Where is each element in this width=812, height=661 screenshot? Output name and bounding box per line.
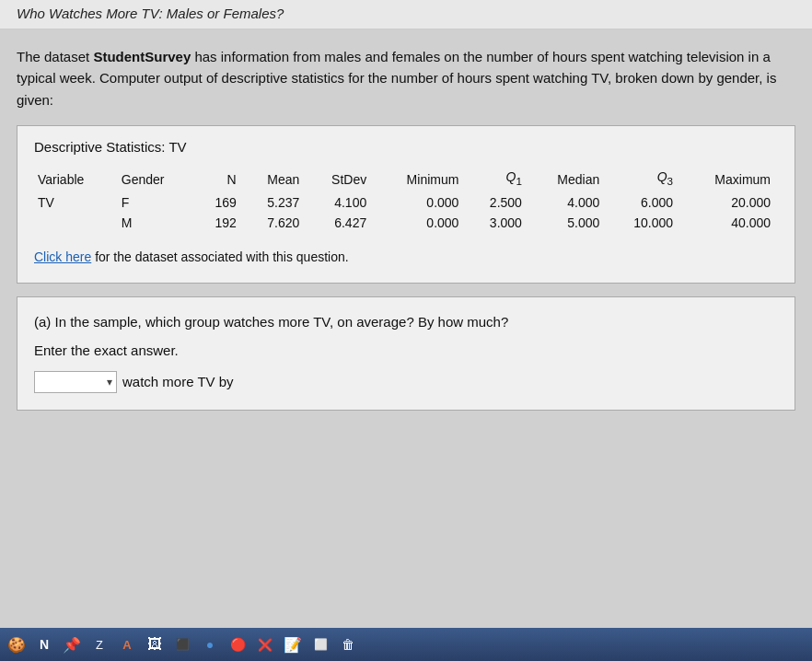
- stats-title: Descriptive Statistics: TV: [34, 139, 778, 155]
- cell-q3-2: 10.000: [607, 213, 680, 233]
- cell-maximum-1: 20.000: [680, 192, 778, 213]
- cell-gender-2: M: [118, 213, 196, 233]
- col-q3: Q3: [607, 168, 680, 192]
- gender-dropdown[interactable]: Males Females: [34, 371, 117, 393]
- col-n: N: [196, 168, 243, 192]
- taskbar-cookie-icon[interactable]: 🍪: [4, 632, 29, 657]
- table-header-row: Variable Gender N Mean StDev Minimum Q1 …: [34, 168, 778, 192]
- taskbar: 🍪 N 📌 Z A 🖼 ⬛ ● 🔴 ❌ 📝 ⬜ 🗑: [0, 628, 812, 661]
- stats-box: Descriptive Statistics: TV Variable Gend…: [17, 125, 795, 284]
- main-content: The dataset StudentSurvey has informatio…: [0, 29, 812, 411]
- taskbar-square1-icon[interactable]: ⬛: [169, 632, 195, 657]
- cell-n-2: 192: [196, 213, 243, 233]
- taskbar-pin-icon[interactable]: 📌: [59, 632, 85, 657]
- intro-bold: StudentSurvey: [93, 49, 191, 64]
- taskbar-square2-icon[interactable]: ⬜: [307, 632, 333, 657]
- cell-maximum-2: 40.000: [680, 213, 778, 233]
- cell-q1-1: 2.500: [466, 192, 529, 213]
- cell-minimum-2: 0.000: [374, 213, 466, 233]
- col-q1: Q1: [466, 168, 529, 192]
- page-title: Who Watches More TV: Males or Females?: [17, 6, 284, 21]
- question-box: (a) In the sample, which group watches m…: [17, 296, 795, 411]
- taskbar-browser-icon[interactable]: 🔴: [225, 632, 250, 657]
- taskbar-image-icon[interactable]: 🖼: [142, 632, 168, 657]
- col-median: Median: [529, 168, 607, 192]
- cell-mean-1: 5.237: [244, 192, 307, 213]
- page-container: Who Watches More TV: Males or Females? T…: [0, 0, 812, 661]
- intro-paragraph: The dataset StudentSurvey has informatio…: [17, 46, 795, 110]
- cell-stdev-2: 6.427: [307, 213, 374, 233]
- table-row: TV F 169 5.237 4.100 0.000 2.500 4.000 6…: [34, 192, 778, 213]
- taskbar-x-icon[interactable]: ❌: [252, 632, 278, 657]
- cell-variable-1: TV: [34, 192, 118, 213]
- cell-q3-1: 6.000: [607, 192, 680, 213]
- taskbar-circle-icon[interactable]: ●: [197, 632, 223, 657]
- table-row: M 192 7.620 6.427 0.000 3.000 5.000 10.0…: [34, 213, 778, 233]
- taskbar-a-icon[interactable]: A: [114, 632, 140, 657]
- taskbar-note-icon[interactable]: 📝: [280, 632, 306, 657]
- answer-row: Males Females watch more TV by: [34, 371, 778, 393]
- watch-more-text: watch more TV by: [122, 374, 234, 389]
- col-stdev: StDev: [307, 168, 374, 192]
- taskbar-z-icon[interactable]: Z: [87, 632, 112, 657]
- click-here-suffix: for the dataset associated with this que…: [91, 249, 348, 264]
- enter-instruction: Enter the exact answer.: [34, 342, 778, 358]
- click-here-section: Click here for the dataset associated wi…: [34, 249, 778, 264]
- cell-gender-1: F: [118, 192, 196, 213]
- cell-mean-2: 7.620: [244, 213, 307, 233]
- intro-text-before: The dataset: [17, 49, 93, 64]
- gender-select-wrapper: Males Females: [34, 371, 117, 393]
- stats-table: Variable Gender N Mean StDev Minimum Q1 …: [34, 168, 778, 233]
- taskbar-trash-icon[interactable]: 🗑: [335, 632, 361, 657]
- cell-median-2: 5.000: [529, 213, 607, 233]
- question-text: (a) In the sample, which group watches m…: [34, 312, 778, 331]
- col-mean: Mean: [244, 168, 307, 192]
- col-gender: Gender: [118, 168, 196, 192]
- cell-variable-2: [34, 213, 118, 233]
- page-header: Who Watches More TV: Males or Females?: [0, 0, 812, 29]
- col-variable: Variable: [34, 168, 118, 192]
- cell-n-1: 169: [196, 192, 243, 213]
- col-maximum: Maximum: [680, 168, 778, 192]
- cell-minimum-1: 0.000: [374, 192, 466, 213]
- dataset-link[interactable]: Click here: [34, 249, 91, 264]
- cell-stdev-1: 4.100: [307, 192, 374, 213]
- taskbar-n-icon[interactable]: N: [31, 632, 57, 657]
- cell-q1-2: 3.000: [466, 213, 529, 233]
- col-minimum: Minimum: [374, 168, 466, 192]
- cell-median-1: 4.000: [529, 192, 607, 213]
